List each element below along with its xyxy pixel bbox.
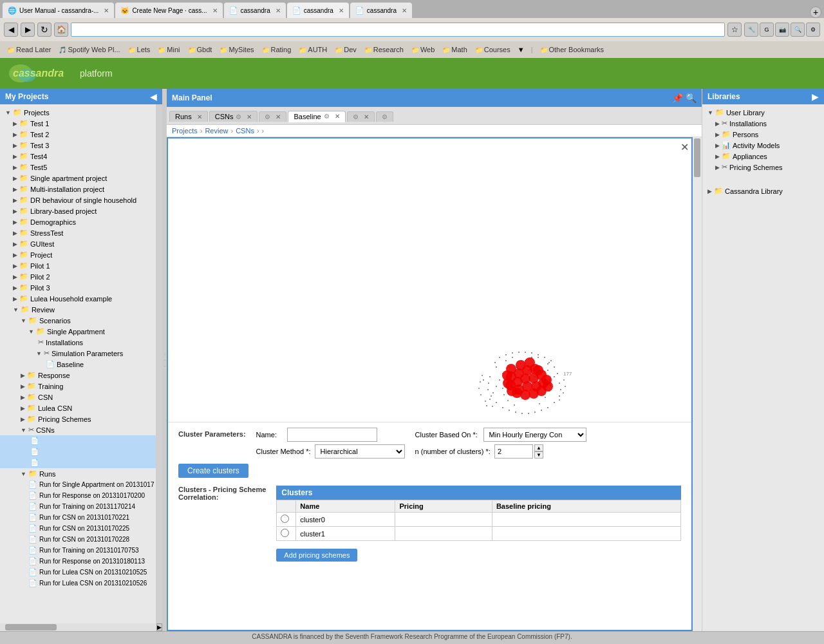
left-sidebar-scrollbar[interactable]	[156, 104, 162, 623]
tree-item-pilot1[interactable]: ▶ 📁 Pilot 1	[0, 260, 156, 271]
n-clusters-input[interactable]	[494, 444, 533, 459]
tree-item-run5[interactable]: 📄 Run for CSN on 201310170225	[0, 523, 156, 534]
main-panel-vscrollbar[interactable]	[693, 137, 702, 631]
breadcrumb-csns[interactable]: CSNs	[236, 127, 254, 135]
tree-item-run6[interactable]: 📄 Run for CSN on 201310170228	[0, 534, 156, 545]
breadcrumb-projects[interactable]: Projects	[172, 127, 198, 135]
n-clusters-down[interactable]: ▼	[534, 451, 543, 459]
left-sidebar-collapse[interactable]: ◀	[150, 91, 157, 102]
tree-item-csn-file1[interactable]: 📄	[0, 435, 156, 446]
tree-item-single-appartment[interactable]: ▼ 📁 Single Appartment	[0, 326, 156, 337]
bookmark-spotify[interactable]: 🎵 Spotify Web Pl...	[55, 45, 123, 54]
ext-btn-5[interactable]: ⚙	[806, 23, 820, 37]
tree-item-sim-params[interactable]: ▼ ✂ Simulation Parameters	[0, 348, 156, 359]
left-sidebar-hscroll-right[interactable]: ▶	[156, 623, 162, 631]
tree-item-test4[interactable]: ▶ 📁 Test4	[0, 151, 156, 162]
main-tab-gear3[interactable]: ⚙	[376, 111, 393, 122]
bookmark-lets[interactable]: 📁 Lets	[125, 45, 154, 54]
tab-runs-close[interactable]: ✕	[197, 113, 202, 120]
tree-item-library-based[interactable]: ▶ 📁 Library-based project	[0, 205, 156, 216]
right-tree-appliances[interactable]: ▶ 📁 Appliances	[702, 151, 824, 162]
tree-item-pilot3[interactable]: ▶ 📁 Pilot 3	[0, 282, 156, 293]
ext-btn-3[interactable]: 📷	[775, 23, 789, 37]
main-panel-search[interactable]: 🔍	[686, 93, 697, 103]
tree-item-response[interactable]: ▶ 📁 Response	[0, 370, 156, 381]
tree-item-test1[interactable]: ▶ 📁 Test 1	[0, 118, 156, 129]
tree-item-run9[interactable]: 📄 Run for Lulea CSN on 201310210525	[0, 567, 156, 578]
main-tab-csns[interactable]: CSNs ⚙ ✕	[209, 111, 258, 122]
create-clusters-button[interactable]: Create clusters	[178, 464, 248, 478]
tab-3-close[interactable]: ✕	[276, 7, 281, 14]
bookmark-gbdt[interactable]: 📁 Gbdt	[185, 45, 216, 54]
forward-button[interactable]: ▶	[21, 23, 35, 37]
main-tab-baseline[interactable]: Baseline ⚙ ✕	[288, 111, 345, 122]
tree-item-multi-install[interactable]: ▶ 📁 Multi-installation project	[0, 184, 156, 194]
cluster-name-input[interactable]	[287, 428, 377, 442]
main-panel-icon1[interactable]: 📌	[672, 93, 683, 103]
tree-item-pilot2[interactable]: ▶ 📁 Pilot 2	[0, 271, 156, 282]
tree-item-dr-behaviour[interactable]: ▶ 📁 DR behaviour of single household	[0, 194, 156, 205]
cluster-method-select[interactable]: Hierarchical K-Means	[315, 444, 405, 459]
main-tab-gear2[interactable]: ⚙ ✕	[347, 111, 375, 122]
bookmarks-more-button[interactable]: ▼	[515, 44, 527, 55]
tree-item-baseline[interactable]: 📄 Baseline	[0, 359, 156, 370]
tree-item-test5[interactable]: ▶ 📁 Test5	[0, 162, 156, 173]
tree-item-run10[interactable]: 📄 Run for Lulea CSN on 201310210526	[0, 578, 156, 589]
bookmark-other[interactable]: 📁 Other Bookmarks	[537, 45, 608, 54]
right-tree-cassandra-library[interactable]: ▶ 📁 Cassandra Library	[702, 185, 824, 196]
tab-gear1-close[interactable]: ✕	[276, 113, 281, 120]
reload-button[interactable]: ↻	[37, 23, 52, 37]
home-button[interactable]: 🏠	[54, 23, 68, 37]
tree-item-pricing-schemes[interactable]: ▶ 📁 Pricing Schemes	[0, 413, 156, 424]
bookmark-readlater[interactable]: 📁 Read Later	[4, 45, 54, 54]
tree-item-csn-file3[interactable]: 📄	[0, 457, 156, 468]
tree-item-test2[interactable]: ▶ 📁 Test 2	[0, 129, 156, 140]
browser-tab-2[interactable]: 🐱 Create New Page · cass... ✕	[115, 3, 222, 18]
cluster-based-select[interactable]: Min Hourly Energy Con	[483, 428, 586, 442]
ext-btn-4[interactable]: 🔍	[791, 23, 805, 37]
tree-item-lulea-csn[interactable]: ▶ 📁 Lulea CSN	[0, 402, 156, 413]
tree-item-run3[interactable]: 📄 Run for Training on 20131170214	[0, 501, 156, 512]
bookmark-dev[interactable]: 📁 Dev	[332, 45, 360, 54]
browser-tab-3[interactable]: 📄 cassandra ✕	[224, 3, 286, 18]
graph-close-button[interactable]: ✕	[680, 141, 689, 153]
bookmark-rating[interactable]: 📁 Rating	[259, 45, 295, 54]
tree-item-run2[interactable]: 📄 Run for Response on 201310170200	[0, 490, 156, 501]
right-tree-persons[interactable]: ▶ 📁 Persons	[702, 129, 824, 140]
add-pricing-schemes-button[interactable]: Add pricing schemes	[276, 549, 357, 562]
vscroll-thumb[interactable]	[694, 138, 700, 177]
tree-item-projects[interactable]: ▼ 📁 Projects	[0, 107, 156, 118]
tab-csns-gear[interactable]: ⚙	[236, 113, 241, 120]
right-tree-activity-models[interactable]: ▶ 📊 Activity Models	[702, 140, 824, 151]
tree-item-review[interactable]: ▼ 📁 Review	[0, 304, 156, 315]
breadcrumb-review[interactable]: Review	[205, 127, 228, 135]
tree-item-guitest[interactable]: ▶ 📁 GUItest	[0, 238, 156, 249]
browser-tab-1[interactable]: 🌐 User Manual - cassandra-... ✕	[3, 3, 114, 18]
tree-item-run4[interactable]: 📄 Run for CSN on 201310170221	[0, 512, 156, 523]
tab-4-close[interactable]: ✕	[339, 7, 344, 14]
ext-btn-1[interactable]: 🔧	[744, 23, 758, 37]
bookmark-mysites[interactable]: 📁 MySites	[216, 45, 257, 54]
right-tree-pricing-schemes[interactable]: ▶ ✂ Pricing Schemes	[702, 162, 824, 173]
back-button[interactable]: ◀	[4, 23, 18, 37]
bookmark-math[interactable]: 📁 Math	[439, 45, 470, 54]
bookmark-star[interactable]: ☆	[727, 23, 742, 37]
tree-item-demographics[interactable]: ▶ 📁 Demographics	[0, 216, 156, 227]
tab-baseline-gear[interactable]: ⚙	[324, 113, 330, 120]
tree-item-run8[interactable]: 📄 Run for Response on 201310180113	[0, 556, 156, 567]
cluster0-radio[interactable]	[281, 515, 289, 523]
main-tab-runs[interactable]: Runs ✕	[169, 111, 208, 122]
tree-item-project[interactable]: ▶ 📁 Project	[0, 249, 156, 260]
tab-5-close[interactable]: ✕	[402, 7, 407, 14]
tab-gear2-close[interactable]: ✕	[364, 113, 369, 120]
bookmark-mini[interactable]: 📁 Mini	[154, 45, 183, 54]
tree-item-test3[interactable]: ▶ 📁 Test 3	[0, 140, 156, 151]
cluster1-radio[interactable]	[281, 529, 289, 537]
tree-item-scenarios[interactable]: ▼ 📁 Scenarios	[0, 315, 156, 326]
tree-item-runs[interactable]: ▼ 📁 Runs	[0, 468, 156, 479]
tree-item-stresstest[interactable]: ▶ 📁 StressTest	[0, 227, 156, 238]
right-sidebar-expand[interactable]: ▶	[812, 91, 819, 102]
browser-tab-5[interactable]: 📄 cassandra ✕	[350, 3, 412, 18]
tree-item-csn-file2[interactable]: 📄	[0, 446, 156, 457]
bookmark-courses[interactable]: 📁 Courses	[472, 45, 514, 54]
